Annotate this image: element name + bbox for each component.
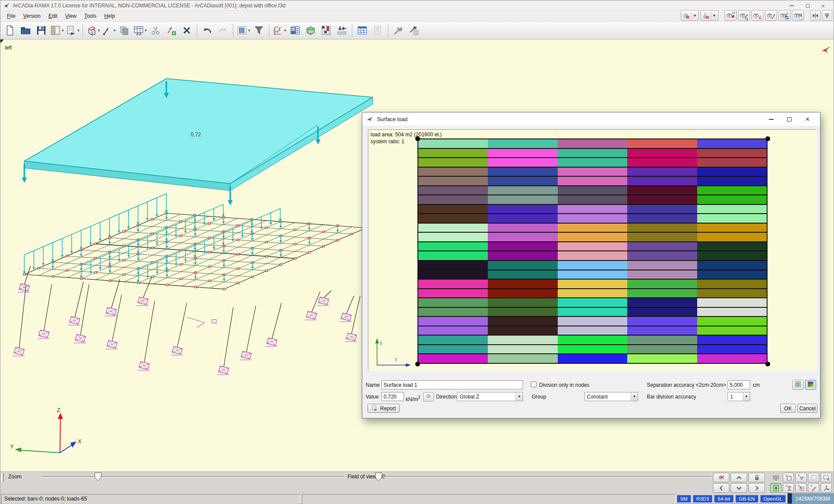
load-grid-cell[interactable] bbox=[488, 224, 557, 232]
load-grid-cell[interactable] bbox=[558, 233, 627, 241]
menu-version[interactable]: Version bbox=[19, 12, 44, 20]
toolbar-cut-scissors-button[interactable] bbox=[148, 23, 163, 38]
load-grid-cell[interactable] bbox=[697, 177, 767, 185]
menu-tools[interactable]: Tools bbox=[80, 12, 100, 20]
dialog-close-button[interactable]: × bbox=[798, 112, 817, 126]
load-grid-cell[interactable] bbox=[418, 345, 488, 354]
load-grid-cell[interactable] bbox=[558, 280, 627, 288]
load-grid-cell[interactable] bbox=[627, 354, 697, 363]
load-grid-cell[interactable] bbox=[418, 195, 488, 204]
load-grid-cell[interactable] bbox=[558, 205, 627, 214]
eye-sections-box-button[interactable] bbox=[792, 10, 804, 21]
toolbar-table-insert-button[interactable]: ▾ bbox=[132, 23, 148, 38]
load-grid-cell[interactable] bbox=[627, 280, 697, 288]
nav-add-pen-button[interactable] bbox=[808, 483, 819, 493]
toolbar-filter-funnel-button[interactable] bbox=[251, 23, 267, 38]
nav-nav-delete-button[interactable] bbox=[713, 473, 729, 482]
load-grid-cell[interactable] bbox=[627, 214, 697, 223]
toolbar-table-blue-button[interactable] bbox=[354, 23, 370, 38]
toolbar-redo-button[interactable] bbox=[215, 23, 231, 38]
value-calculator-button[interactable] bbox=[423, 392, 434, 402]
load-grid-cell[interactable] bbox=[627, 158, 697, 167]
load-grid-cell[interactable] bbox=[697, 242, 767, 251]
load-grid-cell[interactable] bbox=[627, 270, 697, 279]
load-grid-cell[interactable] bbox=[697, 214, 767, 223]
toolbar-hammer-grid-button[interactable] bbox=[406, 23, 422, 38]
nav-add-hourglass-button[interactable] bbox=[783, 483, 794, 493]
load-grid-cell[interactable] bbox=[697, 270, 767, 279]
load-grid-cell[interactable] bbox=[697, 280, 767, 288]
load-grid-cell[interactable] bbox=[488, 158, 557, 167]
load-grid-cell[interactable] bbox=[558, 224, 627, 232]
load-grid-cell[interactable] bbox=[418, 168, 488, 176]
load-grid-cell[interactable] bbox=[558, 195, 627, 204]
load-grid-cell[interactable] bbox=[558, 139, 627, 148]
maximize-button[interactable] bbox=[800, 0, 815, 11]
load-grid-cell[interactable] bbox=[558, 177, 627, 185]
nav-select-rect-button[interactable] bbox=[821, 473, 832, 482]
load-grid-cell[interactable] bbox=[558, 308, 627, 316]
toolbar-vector-select-button[interactable]: ▾ bbox=[101, 23, 116, 38]
load-grid-cell[interactable] bbox=[488, 186, 557, 195]
load-grid-cell[interactable] bbox=[627, 298, 697, 307]
toolbar-doc-grey-button[interactable] bbox=[370, 23, 386, 38]
name-input[interactable] bbox=[381, 380, 523, 389]
load-grid-cell[interactable] bbox=[488, 308, 557, 316]
load-grid-cell[interactable] bbox=[627, 261, 697, 270]
zoom-slider-thumb[interactable] bbox=[94, 472, 102, 483]
report-button[interactable]: Report bbox=[367, 404, 400, 413]
load-grid-cell[interactable] bbox=[627, 224, 697, 232]
load-grid-cell[interactable] bbox=[418, 214, 488, 223]
toolbar-new-document-button[interactable] bbox=[2, 23, 18, 38]
bar-division-accuracy-select[interactable]: 1 ▼ bbox=[728, 392, 750, 401]
load-grid-cell[interactable] bbox=[697, 205, 767, 214]
eye-bar-numbers-button[interactable]: 11 bbox=[738, 10, 750, 21]
eye-bar-check-button[interactable] bbox=[778, 10, 791, 21]
close-button[interactable]: × bbox=[815, 0, 831, 11]
grid-handle-top-right[interactable] bbox=[765, 136, 770, 141]
load-grid-cell[interactable] bbox=[697, 233, 767, 241]
direction-select[interactable]: Global Z ▼ bbox=[457, 392, 523, 401]
load-grid-cell[interactable] bbox=[627, 168, 697, 176]
load-grid-cell[interactable] bbox=[627, 317, 697, 326]
group-select[interactable]: Constant ▼ bbox=[584, 392, 638, 401]
load-grid-cell[interactable] bbox=[627, 177, 697, 185]
toolbar-undo-button[interactable] bbox=[199, 23, 215, 38]
load-grid-cell[interactable] bbox=[558, 326, 627, 335]
load-grid-cell[interactable] bbox=[627, 308, 697, 316]
load-grid-cell[interactable] bbox=[418, 326, 488, 335]
load-grid-cell[interactable] bbox=[627, 195, 697, 204]
load-grid-cell[interactable] bbox=[488, 214, 557, 223]
load-grid-cell[interactable] bbox=[558, 168, 627, 176]
load-grid-cell[interactable] bbox=[418, 242, 488, 251]
ok-button[interactable]: OK bbox=[780, 404, 796, 413]
load-grid-cell[interactable] bbox=[627, 251, 697, 260]
load-grid-cell[interactable] bbox=[418, 308, 488, 316]
separation-accuracy-input[interactable] bbox=[728, 380, 750, 389]
load-grid-cell[interactable] bbox=[488, 205, 557, 214]
load-grid-cell[interactable] bbox=[558, 158, 627, 167]
grid-handle-bottom-right[interactable] bbox=[765, 362, 770, 366]
load-grid-cell[interactable] bbox=[697, 168, 767, 176]
load-grid-cell[interactable] bbox=[697, 308, 767, 316]
dialog-minimize-button[interactable] bbox=[762, 112, 780, 126]
zoom-slider-track[interactable] bbox=[42, 476, 344, 478]
cancel-button[interactable]: Cancel bbox=[798, 404, 817, 413]
load-grid-cell[interactable] bbox=[488, 298, 557, 307]
load-grid-cell[interactable] bbox=[558, 270, 627, 279]
toolbar-gear-structure-button[interactable]: ▾ bbox=[271, 23, 287, 38]
fov-slider-track[interactable] bbox=[384, 476, 711, 478]
toolbar-frame-3d-button[interactable]: ▾ bbox=[85, 23, 101, 38]
toolbar-table-properties-button[interactable] bbox=[287, 23, 303, 38]
load-grid-cell[interactable] bbox=[627, 336, 697, 344]
grid-handle-top-left[interactable] bbox=[415, 136, 420, 141]
load-grid-cell[interactable] bbox=[418, 149, 488, 158]
load-grid-cell[interactable] bbox=[697, 336, 767, 344]
nav-rotate-3d-button[interactable] bbox=[821, 483, 832, 493]
load-grid-cell[interactable] bbox=[488, 139, 557, 148]
nav-lock-button[interactable] bbox=[748, 473, 765, 482]
load-grid-cell[interactable] bbox=[488, 289, 557, 298]
status-badge-sm[interactable]: SM bbox=[677, 495, 691, 503]
menu-help[interactable]: Help bbox=[100, 12, 119, 20]
load-grid-cell[interactable] bbox=[697, 224, 767, 232]
